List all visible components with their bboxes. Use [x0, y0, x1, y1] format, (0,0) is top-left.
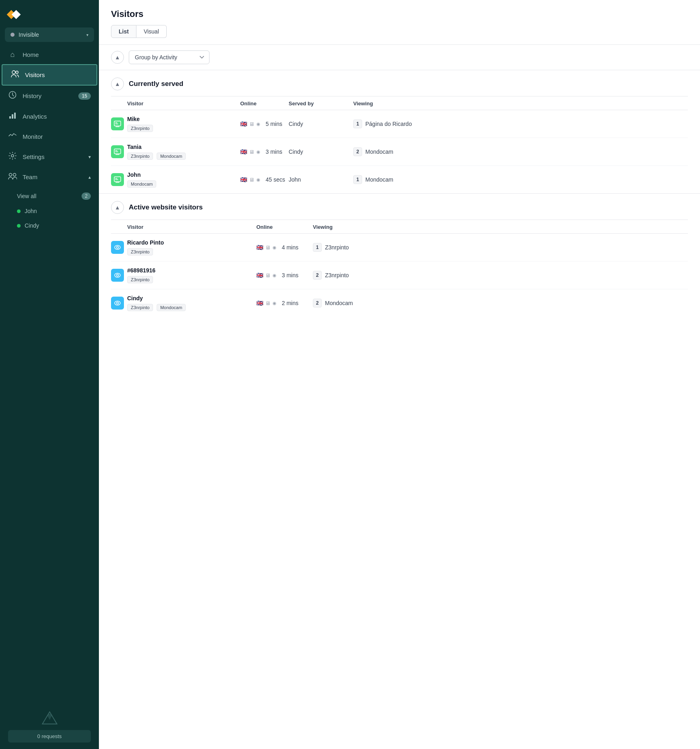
section-collapse-button[interactable]: ▲: [111, 77, 124, 90]
view-number: 2: [313, 271, 322, 280]
visitor-info: #68981916 Z3nrpinto: [127, 267, 256, 283]
group-by-select[interactable]: Group by Activity: [129, 50, 210, 64]
sidebar-item-home[interactable]: ⌂ Home: [0, 45, 99, 64]
active-visitors-section: ▲ Active website visitors Visitor Online…: [99, 194, 700, 317]
currently-served-header: ▲ Currently served: [111, 70, 688, 96]
flag-icon: 🇬🇧: [256, 244, 263, 251]
active-visitors-header: ▲ Active website visitors: [111, 194, 688, 220]
table-row[interactable]: Cindy Z3nrpinto Mondocam 🇬🇧 🖥 ◉ 2 mins 2…: [111, 289, 688, 317]
table-row[interactable]: John Mondocam 🇬🇧 🖥 ◉ 45 secs John 1 Mond…: [111, 166, 688, 193]
visitor-avatar: [111, 297, 124, 310]
visitor-flags: 🇬🇧 🖥 ◉ 3 mins: [256, 272, 313, 278]
zendesk-icon: [42, 711, 58, 728]
sidebar-item-settings[interactable]: Settings ▾: [0, 146, 99, 167]
served-by: John: [289, 176, 353, 183]
visitor-tag: Mondocam: [157, 304, 186, 311]
desktop-icon: 🖥: [265, 245, 270, 251]
svg-point-0: [12, 71, 15, 74]
logo-area: [0, 0, 99, 27]
svg-rect-4: [12, 114, 13, 119]
sidebar-item-history[interactable]: History 15: [0, 86, 99, 106]
table-row[interactable]: Mike Z3nrpinto 🇬🇧 🖥 ◉ 5 mins Cindy 1 Pág…: [111, 110, 688, 138]
team-member-cindy[interactable]: Cindy: [0, 218, 99, 233]
team-view-all[interactable]: View all 2: [0, 188, 99, 204]
svg-point-14: [115, 273, 120, 277]
app-logo: [8, 8, 24, 21]
visitor-tag: Mondocam: [127, 180, 156, 188]
svg-point-15: [117, 274, 119, 276]
svg-point-13: [117, 247, 119, 249]
signal-icon: ◉: [272, 273, 277, 278]
view-number: 1: [353, 119, 362, 128]
flag-icon: 🇬🇧: [256, 300, 263, 306]
collapse-button[interactable]: ▲: [111, 51, 124, 64]
visitor-tag: Z3nrpinto: [127, 276, 153, 283]
visitor-flags: 🇬🇧 🖥 ◉ 3 mins: [240, 149, 289, 155]
svg-point-1: [16, 71, 18, 73]
viewing-cell: 2 Z3nrpinto: [313, 271, 394, 280]
section-collapse-button[interactable]: ▲: [111, 201, 124, 214]
visitor-tag: Mondocam: [157, 153, 186, 160]
view-page: Z3nrpinto: [325, 244, 349, 251]
visitor-info: Cindy Z3nrpinto Mondocam: [127, 295, 256, 311]
viewing-cell: 1 Z3nrpinto: [313, 243, 394, 252]
col-viewing: Viewing: [313, 224, 394, 230]
sidebar-item-label: Monitor: [23, 133, 43, 140]
team-icon: [8, 172, 17, 182]
history-badge: 15: [78, 92, 91, 100]
toolbar: ▲ Group by Activity: [99, 45, 700, 70]
col-online: Online: [240, 100, 289, 107]
currently-served-table-header: Visitor Online Served by Viewing: [111, 96, 688, 110]
status-dropdown[interactable]: Invisible ▾: [5, 27, 94, 42]
signal-icon: ◉: [256, 149, 260, 155]
sidebar-item-visitors[interactable]: Visitors: [2, 64, 97, 86]
viewing-cell: 2 Mondocam: [353, 147, 434, 156]
team-member-john[interactable]: John: [0, 204, 99, 218]
tab-list[interactable]: List: [111, 25, 136, 38]
sidebar-item-analytics[interactable]: Analytics: [0, 106, 99, 127]
sidebar-item-team[interactable]: Team ▴: [0, 167, 99, 187]
svg-point-6: [11, 155, 14, 157]
flag-icon: 🇬🇧: [240, 149, 247, 155]
visitor-name: Mike: [127, 116, 240, 122]
visitor-info: John Mondocam: [127, 172, 240, 188]
currently-served-section: ▲ Currently served Visitor Online Served…: [99, 70, 700, 193]
col-visitor: Visitor: [127, 100, 240, 107]
sidebar-item-monitor[interactable]: Monitor: [0, 127, 99, 146]
sidebar: Invisible ▾ ⌂ Home Visitors History 15: [0, 0, 99, 749]
desktop-icon: 🖥: [265, 272, 270, 278]
online-time: 4 mins: [282, 244, 298, 251]
viewing-cell: 1 Mondocam: [353, 175, 434, 184]
sidebar-bottom: 0 requests: [0, 705, 99, 749]
view-all-badge: 2: [82, 192, 91, 200]
visitor-avatar: [111, 269, 124, 282]
online-dot: [17, 224, 21, 228]
table-row[interactable]: Ricardo Pinto Z3nrpinto 🇬🇧 🖥 ◉ 4 mins 1 …: [111, 234, 688, 262]
visitor-name: Ricardo Pinto: [127, 239, 256, 246]
main-content: Visitors List Visual ▲ Group by Activity…: [99, 0, 700, 749]
sidebar-item-label: Home: [23, 51, 39, 58]
view-number: 1: [313, 243, 322, 252]
team-expand-icon: ▴: [88, 174, 91, 180]
served-by: Cindy: [289, 121, 353, 127]
member-name: John: [25, 208, 37, 214]
requests-button[interactable]: 0 requests: [8, 730, 91, 743]
signal-icon: ◉: [272, 245, 277, 250]
flag-icon: 🇬🇧: [240, 176, 247, 183]
table-row[interactable]: #68981916 Z3nrpinto 🇬🇧 🖥 ◉ 3 mins 2 Z3nr…: [111, 262, 688, 289]
served-by: Cindy: [289, 149, 353, 155]
svg-point-8: [13, 174, 16, 176]
sidebar-item-label: History: [23, 92, 42, 99]
view-all-label: View all: [17, 193, 36, 199]
view-page: Mondocam: [365, 176, 393, 183]
svg-rect-3: [9, 116, 11, 119]
online-time: 45 secs: [266, 176, 285, 183]
tab-visual[interactable]: Visual: [136, 25, 167, 38]
sidebar-item-label: Settings: [23, 153, 44, 160]
table-row[interactable]: Tania Z3nrpinto Mondocam 🇬🇧 🖥 ◉ 3 mins C…: [111, 138, 688, 166]
visitor-avatar: [111, 117, 124, 130]
home-icon: ⌂: [8, 50, 17, 59]
view-page: Mondocam: [325, 300, 353, 306]
visitor-tag: Z3nrpinto: [127, 153, 153, 160]
svg-point-17: [117, 302, 119, 304]
